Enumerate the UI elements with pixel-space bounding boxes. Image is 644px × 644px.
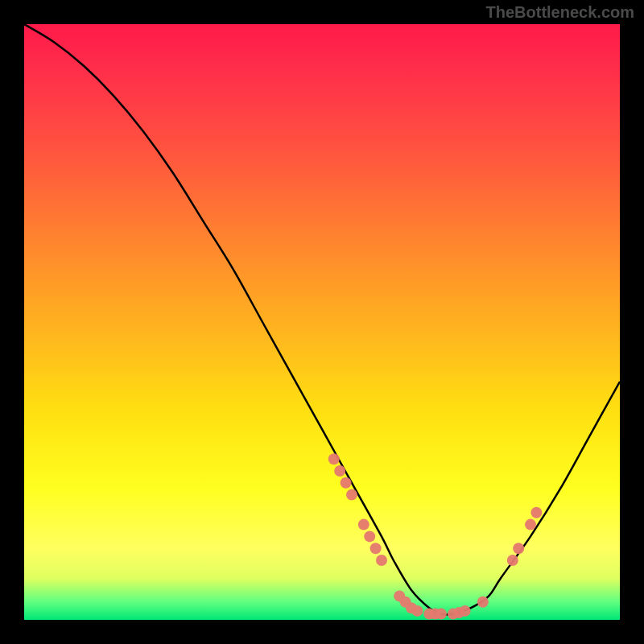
chart-plot-area [24, 24, 620, 620]
highlight-dot [436, 609, 447, 620]
highlight-dot [341, 477, 352, 489]
watermark-text: TheBottleneck.com [486, 3, 634, 22]
highlight-dot [507, 555, 518, 566]
highlight-dot [358, 519, 369, 530]
highlight-dot [346, 489, 357, 501]
highlight-dot [411, 605, 423, 617]
highlight-dot [328, 453, 340, 464]
highlight-dot [525, 519, 536, 530]
highlight-dot [334, 465, 345, 477]
highlight-dot [376, 555, 387, 566]
chart-svg [24, 24, 620, 620]
highlight-dot [370, 543, 382, 554]
highlight-dot [364, 530, 375, 542]
highlight-dot [460, 605, 471, 617]
highlight-dot [513, 543, 524, 554]
highlight-dot [477, 597, 489, 608]
highlight-dots-group [328, 453, 543, 619]
highlight-dot [530, 507, 542, 518]
